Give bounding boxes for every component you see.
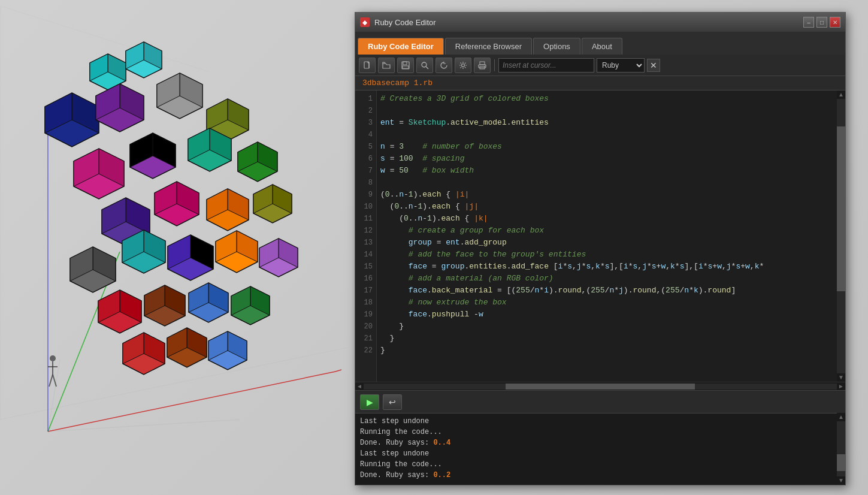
tab-options[interactable]: Options <box>533 38 580 55</box>
tab-about[interactable]: About <box>582 38 622 55</box>
code-line-21: } <box>380 333 833 345</box>
code-line-7: w = 50 # box width <box>380 165 833 177</box>
svg-rect-101 <box>480 62 485 65</box>
output-line-1: Last step undone <box>360 416 832 427</box>
editor-window: ◆ Ruby Code Editor – □ ✕ Ruby Code Edito… <box>355 12 846 485</box>
refresh-button[interactable] <box>435 58 452 73</box>
scroll-down-button[interactable]: ▼ <box>837 373 845 382</box>
output-line-4: Last step undone <box>360 448 832 459</box>
code-line-2 <box>380 105 833 117</box>
code-line-3: ent = Sketchup.active_model.entities <box>380 117 833 129</box>
svg-point-100 <box>462 64 465 67</box>
output-line-3: Done. Ruby says: 0..4 <box>360 437 832 448</box>
settings-button[interactable] <box>455 58 471 73</box>
line-num-17: 17 <box>355 285 376 297</box>
line-num-20: 20 <box>355 321 376 333</box>
line-num-10: 10 <box>355 201 376 213</box>
svg-point-87 <box>50 355 56 361</box>
line-num-4: 4 <box>355 129 376 141</box>
line-num-2: 2 <box>355 105 376 117</box>
code-line-22: } <box>380 345 833 357</box>
line-num-5: 5 <box>355 141 376 153</box>
output-value-2: 0..2 <box>433 471 450 479</box>
save-file-button[interactable] <box>397 58 414 73</box>
svg-line-90 <box>49 375 53 387</box>
code-line-19: face.pushpull -w <box>380 309 833 321</box>
vertical-scrollbar[interactable]: ▲ ▼ <box>837 90 845 382</box>
code-line-16: # add a material (an RGB color) <box>380 273 833 285</box>
hscroll-track[interactable] <box>364 384 837 390</box>
svg-rect-96 <box>403 62 407 65</box>
code-line-6: s = 100 # spacing <box>380 153 833 165</box>
line-num-13: 13 <box>355 237 376 249</box>
code-line-8 <box>380 177 833 189</box>
svg-point-104 <box>484 65 485 67</box>
restore-button[interactable]: □ <box>816 17 827 28</box>
code-and-scroll: 1 2 3 4 5 6 7 8 9 10 11 12 13 14 15 16 1… <box>355 90 845 382</box>
print-button[interactable] <box>474 58 491 73</box>
undo-button[interactable]: ↩ <box>383 394 402 410</box>
app-icon-symbol: ◆ <box>362 19 367 26</box>
scroll-up-button[interactable]: ▲ <box>837 90 845 99</box>
code-line-4 <box>380 129 833 141</box>
line-numbers: 1 2 3 4 5 6 7 8 9 10 11 12 13 14 15 16 1… <box>355 90 377 382</box>
title-bar: ◆ Ruby Code Editor – □ ✕ <box>355 13 845 32</box>
line-num-16: 16 <box>355 273 376 285</box>
code-line-18: # now extrude the box <box>380 297 833 309</box>
clear-button[interactable]: ✕ <box>647 59 660 72</box>
code-line-11: (0..n-1).each { |k| <box>380 213 833 225</box>
tab-options-label: Options <box>543 42 570 51</box>
code-line-20: } <box>380 321 833 333</box>
hscroll-left-button[interactable]: ◄ <box>355 383 364 390</box>
cubes-display <box>0 0 347 495</box>
window-title: Ruby Code Editor <box>374 18 803 27</box>
line-num-21: 21 <box>355 333 376 345</box>
tab-ruby-code-editor[interactable]: Ruby Code Editor <box>358 38 444 55</box>
code-content[interactable]: # Creates a 3D grid of colored boxes ent… <box>377 90 837 382</box>
line-num-14: 14 <box>355 249 376 261</box>
output-vertical-scrollbar[interactable]: ▲ ▼ <box>837 413 845 485</box>
output-scroll-thumb[interactable] <box>837 454 845 471</box>
minimize-button[interactable]: – <box>803 17 814 28</box>
tab-bar: Ruby Code Editor Reference Browser Optio… <box>355 32 845 55</box>
output-line-2: Running the code... <box>360 427 832 437</box>
horizontal-scrollbar[interactable]: ◄ ► <box>355 382 845 390</box>
svg-line-91 <box>53 375 56 387</box>
scroll-track[interactable] <box>837 99 845 373</box>
app-icon: ◆ <box>360 17 370 27</box>
line-num-11: 11 <box>355 213 376 225</box>
line-num-19: 19 <box>355 309 376 321</box>
output-line-5: Running the code... <box>360 459 832 470</box>
hscroll-right-button[interactable]: ► <box>837 383 845 390</box>
find-button[interactable] <box>416 58 433 73</box>
code-line-13: group = ent.add_group <box>380 237 833 249</box>
scroll-thumb[interactable] <box>837 126 845 291</box>
line-num-22: 22 <box>355 345 376 357</box>
close-button[interactable]: ✕ <box>830 17 840 28</box>
insert-at-cursor-input[interactable] <box>498 58 594 73</box>
output-line-6: Done. Ruby says: 0..2 <box>360 470 832 481</box>
language-select[interactable]: Ruby JavaScript Python <box>597 58 645 73</box>
tab-about-label: About <box>592 42 612 51</box>
hscroll-thumb[interactable] <box>506 384 695 390</box>
code-line-15: face = group.entities.add_face [i*s,j*s,… <box>380 261 833 273</box>
output-scroll-up-button[interactable]: ▲ <box>837 413 845 421</box>
svg-point-98 <box>422 62 427 67</box>
output-scroll-track[interactable] <box>837 421 845 476</box>
run-button[interactable]: ▶ <box>360 394 379 410</box>
open-file-button[interactable] <box>378 58 395 73</box>
line-num-6: 6 <box>355 153 376 165</box>
code-line-17: face.back_material = [(255/n*i).round,(2… <box>380 285 833 297</box>
output-console: Last step undone Running the code... Don… <box>355 413 837 485</box>
output-scroll-down-button[interactable]: ▼ <box>837 476 845 485</box>
code-line-1: # Creates a 3D grid of colored boxes <box>380 93 833 105</box>
file-tab: 3dbasecamp 1.rb <box>355 76 845 90</box>
new-file-button[interactable] <box>359 58 376 73</box>
code-line-10: (0..n-1).each { |j| <box>380 201 833 213</box>
tab-reference-browser[interactable]: Reference Browser <box>445 38 532 55</box>
run-bar: ▶ ↩ <box>355 390 845 413</box>
code-line-5: n = 3 # number of boxes <box>380 141 833 153</box>
line-num-18: 18 <box>355 297 376 309</box>
svg-rect-97 <box>403 66 409 68</box>
tab-reference-browser-label: Reference Browser <box>455 42 522 51</box>
